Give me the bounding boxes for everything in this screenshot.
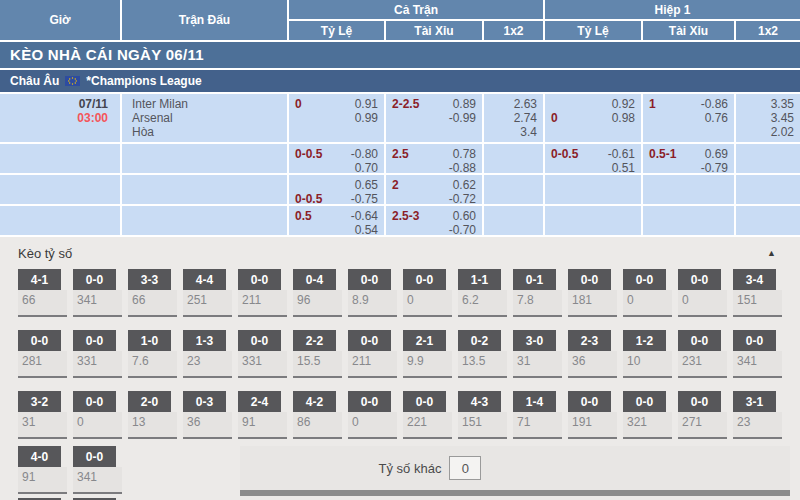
score-tile[interactable]: 0-0221	[403, 391, 452, 439]
score-tile[interactable]: 3-031	[513, 330, 562, 378]
score-tile[interactable]: 4-4251	[183, 269, 232, 317]
odds-value[interactable]: 0.98	[612, 111, 635, 125]
score-tile[interactable]: 3-4151	[733, 269, 782, 317]
odds-value[interactable]: -0.64	[351, 209, 378, 223]
odds-value[interactable]: -0.79	[701, 161, 728, 173]
odds-value[interactable]: 0.70	[355, 161, 378, 173]
score-tile[interactable]: 1-07.6	[128, 330, 177, 378]
score-tile[interactable]: 0-0341	[73, 269, 122, 317]
score-tile[interactable]: 4-091	[18, 446, 67, 496]
score-tile[interactable]: 0-00	[403, 269, 452, 317]
odds-cell-h1-overunder[interactable]: 0.5-10.69-0.79	[643, 144, 734, 173]
odds-cell-ft-1x2[interactable]	[484, 175, 543, 204]
score-tile[interactable]: 0-0281	[18, 330, 67, 378]
odds-cell-h1-1x2[interactable]	[736, 144, 800, 173]
score-tile[interactable]: 0-0211	[238, 269, 287, 317]
score-tile[interactable]: 0-0271	[678, 391, 727, 439]
score-tile[interactable]: 0-17.8	[513, 269, 562, 317]
score-tile[interactable]: 2-491	[238, 391, 287, 439]
score-odd-value: 13	[128, 412, 177, 439]
odds-value[interactable]: -0.88	[449, 161, 476, 173]
league-row[interactable]: Châu Âu *Champions League	[0, 70, 800, 92]
odds-value[interactable]: 0.78	[453, 147, 476, 161]
odds-cell-ft-1x2[interactable]: 2.632.743.4	[484, 94, 543, 142]
odds-value[interactable]: -0.70	[449, 223, 476, 235]
odds-cell-ft-overunder[interactable]: 2.5-30.60-0.70	[386, 206, 482, 235]
odds-cell-h1-handicap[interactable]: 0.9200.98	[545, 94, 641, 142]
score-tile[interactable]: 0-00	[348, 391, 397, 439]
score-tile[interactable]: 0-00	[623, 269, 672, 317]
score-tile[interactable]: 3-366	[128, 269, 177, 317]
score-tile[interactable]: 2-013	[128, 391, 177, 439]
score-tile[interactable]: 1-471	[513, 391, 562, 439]
odds-cell-h1-handicap[interactable]	[545, 206, 641, 235]
odds-value[interactable]: -0.80	[351, 147, 378, 161]
odds-cell-h1-1x2[interactable]	[736, 175, 800, 204]
score-tile[interactable]: 1-323	[183, 330, 232, 378]
odds-value[interactable]: 0.54	[355, 223, 378, 235]
score-tile[interactable]: 1-16.2	[458, 269, 507, 317]
odds-value[interactable]: -0.72	[449, 192, 476, 204]
odds-cell-h1-overunder[interactable]: 1-0.860.76	[643, 94, 734, 142]
odds-cell-ft-handicap[interactable]: 0-0.5-0.800.70	[289, 144, 384, 173]
score-tile[interactable]: 1-210	[623, 330, 672, 378]
odds-value[interactable]: 0.92	[612, 97, 635, 111]
odds-value[interactable]: 0.91	[355, 97, 378, 111]
score-tile[interactable]: 4-166	[18, 269, 67, 317]
odds-cell-ft-overunder[interactable]: 2-2.50.89-0.99	[386, 94, 482, 142]
score-tile[interactable]: 0-0321	[623, 391, 672, 439]
odds-value[interactable]: -0.61	[608, 147, 635, 161]
score-tile[interactable]: 2-336	[568, 330, 617, 378]
odds-cell-ft-handicap[interactable]: 0.5-0.640.54	[289, 206, 384, 235]
odds-cell-ft-handicap[interactable]: 00.910.99	[289, 94, 384, 142]
score-tile[interactable]: 4-3151	[458, 391, 507, 439]
score-tile[interactable]: 0-0341	[73, 446, 122, 496]
odds-cell-h1-1x2[interactable]	[736, 206, 800, 235]
score-tile[interactable]: 2-215.5	[293, 330, 342, 378]
odds-cell-h1-overunder[interactable]	[643, 206, 734, 235]
score-tile[interactable]: 0-336	[183, 391, 232, 439]
odds-value[interactable]: -0.99	[449, 111, 476, 125]
odds-cell-h1-handicap[interactable]	[545, 175, 641, 204]
odds-value[interactable]: 0.62	[453, 178, 476, 192]
score-tile[interactable]: 0-0331	[73, 330, 122, 378]
score-tile[interactable]: 3-123	[733, 391, 782, 439]
score-label: 0-2	[458, 330, 501, 351]
odds-cell-h1-overunder[interactable]	[643, 175, 734, 204]
odds-value[interactable]: 0.76	[705, 111, 728, 125]
score-tile[interactable]: 4-286	[293, 391, 342, 439]
score-tile[interactable]: 0-496	[293, 269, 342, 317]
odds-value[interactable]: 0.51	[612, 161, 635, 173]
other-score-value-box[interactable]: 0	[449, 456, 481, 480]
score-tile[interactable]: 0-00	[678, 269, 727, 317]
odds-cell-ft-overunder[interactable]: 2.50.78-0.88	[386, 144, 482, 173]
score-tile[interactable]: 0-0331	[238, 330, 287, 378]
odds-cell-ft-1x2[interactable]	[484, 144, 543, 173]
handicap-line: 1	[649, 97, 656, 111]
odds-cell-ft-handicap[interactable]: 0.650-0.5-0.75	[289, 175, 384, 204]
odds-value[interactable]: 0.60	[453, 209, 476, 223]
odds-cell-h1-handicap[interactable]: 0-0.5-0.610.51	[545, 144, 641, 173]
collapse-arrow-icon[interactable]: ▲	[767, 248, 776, 258]
match-teams-cell	[122, 144, 287, 173]
score-tile[interactable]: 0-0191	[568, 391, 617, 439]
score-tile[interactable]: 0-0231	[678, 330, 727, 378]
score-tile[interactable]: 2-19.9	[403, 330, 452, 378]
score-tile[interactable]: 0-0341	[733, 330, 782, 378]
handicap-line: 2-2.5	[392, 97, 419, 111]
score-tile[interactable]: 0-00	[73, 391, 122, 439]
odds-value[interactable]: 0.69	[705, 147, 728, 161]
score-tile[interactable]: 0-213.5	[458, 330, 507, 378]
odds-cell-ft-1x2[interactable]	[484, 206, 543, 235]
odds-value[interactable]: 0.99	[355, 111, 378, 125]
odds-cell-ft-overunder[interactable]: 20.62-0.72	[386, 175, 482, 204]
score-tile[interactable]: 0-0211	[348, 330, 397, 378]
score-tile[interactable]: 3-231	[18, 391, 67, 439]
odds-value[interactable]: 0.89	[453, 97, 476, 111]
odds-cell-h1-1x2[interactable]: 3.353.452.02	[736, 94, 800, 142]
odds-value[interactable]: -0.75	[351, 192, 378, 204]
score-tile[interactable]: 0-0181	[568, 269, 617, 317]
score-tile[interactable]: 0-08.9	[348, 269, 397, 317]
odds-value[interactable]: -0.86	[701, 97, 728, 111]
odds-value[interactable]: 0.65	[355, 178, 378, 192]
